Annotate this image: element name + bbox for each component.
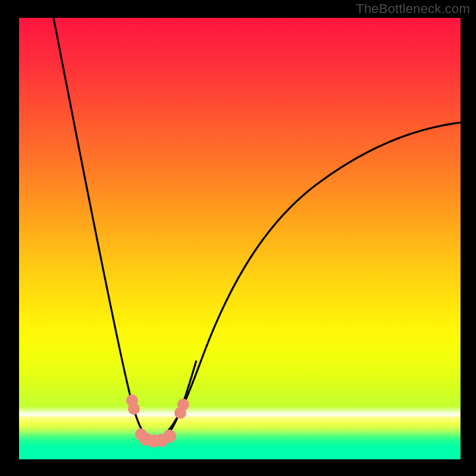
left-curve (54, 18, 196, 441)
watermark-label: TheBottleneck.com (356, 1, 470, 17)
trough-markers (126, 394, 189, 447)
right-curve (149, 123, 461, 441)
chart-svg-layer (19, 18, 461, 459)
curve-lines (54, 18, 461, 441)
trough-marker-dot (128, 403, 140, 415)
trough-marker-dot (163, 430, 176, 443)
chart-plot-area (19, 18, 461, 459)
trough-marker-dot (177, 399, 189, 411)
